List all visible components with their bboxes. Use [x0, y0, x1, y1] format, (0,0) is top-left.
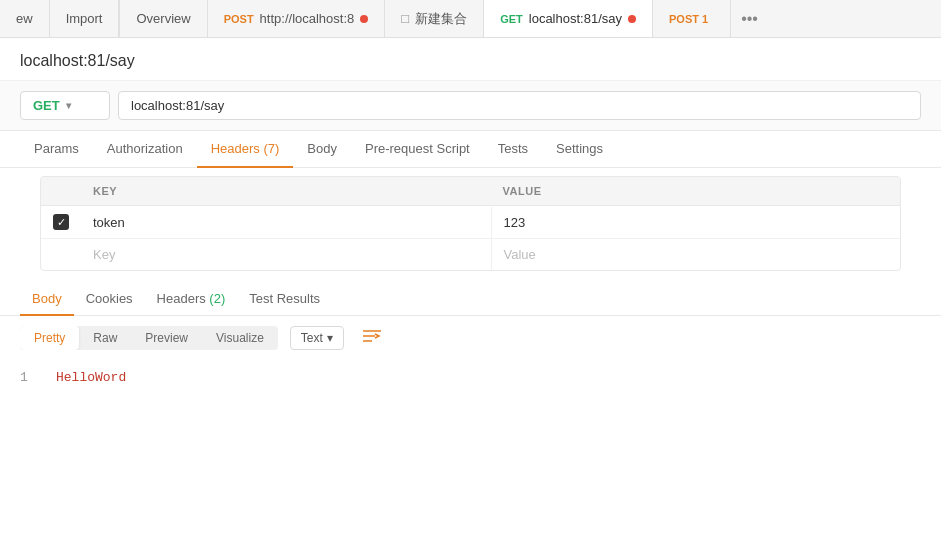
check-icon: ✓	[57, 216, 66, 229]
row-1-value[interactable]: 123	[491, 207, 901, 238]
line-number-1: 1	[20, 370, 40, 385]
response-tab-cookies[interactable]: Cookies	[74, 283, 145, 316]
tab-get-url-label: localhost:81/say	[529, 11, 622, 26]
tab-overview-label: Overview	[136, 11, 190, 26]
method-value: GET	[33, 98, 60, 113]
tab-post-method-badge: POST	[224, 13, 254, 25]
tab-pre-request-script[interactable]: Pre-request Script	[351, 131, 484, 168]
format-preview-label: Preview	[145, 331, 188, 345]
request-nav-tabs: Params Authorization Headers (7) Body Pr…	[0, 131, 941, 168]
tab-overview[interactable]: Overview	[120, 0, 207, 38]
table-row: ✓ token 123	[41, 206, 900, 239]
tab-params-label: Params	[34, 141, 79, 156]
tab-tests-label: Tests	[498, 141, 528, 156]
response-tab-body-label: Body	[32, 291, 62, 306]
tab-settings-label: Settings	[556, 141, 603, 156]
main-content: localhost:81/say GET ▾ Params Authorizat…	[0, 38, 941, 546]
code-hello-word: HelloWord	[56, 370, 126, 385]
row-2-checkbox-cell[interactable]	[41, 247, 81, 263]
response-headers-badge: (2)	[209, 291, 225, 306]
tab-bar-left: ew Import	[0, 0, 120, 38]
wrap-button[interactable]	[354, 324, 390, 352]
response-tab-cookies-label: Cookies	[86, 291, 133, 306]
tab-settings[interactable]: Settings	[542, 131, 617, 168]
row-1-key[interactable]: token	[81, 207, 491, 238]
chevron-down-icon: ▾	[66, 100, 71, 111]
tab-import-label: Import	[66, 11, 103, 26]
response-tab-headers[interactable]: Headers (2)	[145, 283, 238, 316]
format-type-value: Text	[301, 331, 323, 345]
tab-post1-method-badge: POST 1	[669, 13, 708, 25]
tab-post-url-label: http://localhost:8	[260, 11, 355, 26]
tab-get-method-badge: GET	[500, 13, 523, 25]
tab-authorization[interactable]: Authorization	[93, 131, 197, 168]
url-input[interactable]	[118, 91, 921, 120]
format-tab-preview[interactable]: Preview	[131, 326, 202, 350]
tab-post-localhost[interactable]: POST http://localhost:8	[208, 0, 386, 38]
headers-table-wrapper: KEY VALUE ✓ token 123 Key Value	[0, 168, 941, 275]
tab-tests[interactable]: Tests	[484, 131, 542, 168]
page-title: localhost:81/say	[20, 52, 921, 70]
response-nav-tabs: Body Cookies Headers (2) Test Results	[0, 283, 941, 316]
format-visualize-label: Visualize	[216, 331, 264, 345]
col-checkbox-header	[41, 177, 81, 205]
request-bar: GET ▾	[0, 81, 941, 131]
tab-headers-label: Headers (7)	[211, 141, 280, 156]
wrap-icon	[362, 328, 382, 344]
tab-more-button[interactable]: •••	[731, 10, 768, 28]
tab-import[interactable]: Import	[50, 0, 120, 38]
tab-authorization-label: Authorization	[107, 141, 183, 156]
tab-new-collection[interactable]: □ 新建集合	[385, 0, 484, 38]
format-tab-pretty[interactable]: Pretty	[20, 326, 79, 350]
row-2-value[interactable]: Value	[491, 239, 901, 270]
tab-get-dot	[628, 15, 636, 23]
tab-view[interactable]: ew	[0, 0, 50, 38]
method-select[interactable]: GET ▾	[20, 91, 110, 120]
format-type-select[interactable]: Text ▾	[290, 326, 344, 350]
tab-body-label: Body	[307, 141, 337, 156]
response-tab-test-results[interactable]: Test Results	[237, 283, 332, 316]
tab-bar: ew Import Overview POST http://localhost…	[0, 0, 941, 38]
col-value-header: VALUE	[491, 177, 901, 205]
response-tab-headers-label: Headers	[157, 291, 210, 306]
tab-headers[interactable]: Headers (7)	[197, 131, 294, 168]
format-raw-label: Raw	[93, 331, 117, 345]
line-numbers: 1	[20, 370, 40, 536]
tab-params[interactable]: Params	[20, 131, 93, 168]
tab-view-label: ew	[16, 11, 33, 26]
format-tab-raw[interactable]: Raw	[79, 326, 131, 350]
code-content: HelloWord	[56, 370, 126, 536]
format-tab-visualize[interactable]: Visualize	[202, 326, 278, 350]
format-pretty-label: Pretty	[34, 331, 65, 345]
chevron-down-icon: ▾	[327, 331, 333, 345]
col-key-header: KEY	[81, 177, 491, 205]
response-tab-test-results-label: Test Results	[249, 291, 320, 306]
tab-get-localhost-say[interactable]: GET localhost:81/say	[484, 0, 653, 38]
response-tab-body[interactable]: Body	[20, 283, 74, 316]
response-toolbar: Pretty Raw Preview Visualize Text ▾	[0, 316, 941, 360]
row-2-key[interactable]: Key	[81, 239, 491, 270]
format-tabs: Pretty Raw Preview Visualize	[20, 326, 278, 350]
tab-post-dot	[360, 15, 368, 23]
tab-pre-request-script-label: Pre-request Script	[365, 141, 470, 156]
table-row: Key Value	[41, 239, 900, 270]
tab-new-collection-label: 新建集合	[415, 10, 467, 28]
code-area: 1 HelloWord	[0, 360, 941, 546]
collection-icon: □	[401, 11, 409, 26]
headers-table: KEY VALUE ✓ token 123 Key Value	[40, 176, 901, 271]
row-1-checkbox-cell[interactable]: ✓	[41, 206, 81, 238]
page-title-bar: localhost:81/say	[0, 38, 941, 81]
row-1-checkbox[interactable]: ✓	[53, 214, 69, 230]
tab-body[interactable]: Body	[293, 131, 351, 168]
tab-post-1[interactable]: POST 1	[653, 0, 731, 38]
response-section: Body Cookies Headers (2) Test Results Pr…	[0, 283, 941, 546]
headers-table-header: KEY VALUE	[41, 177, 900, 206]
